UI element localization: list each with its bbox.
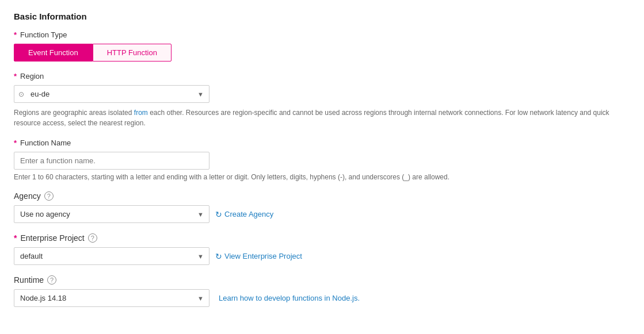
ep-select[interactable]: default: [14, 247, 209, 265]
agency-row: Use no agency ▼ ↻ Create Agency: [14, 205, 630, 223]
runtime-select-wrapper: Node.js 14.18 Node.js 12.13 Python 3.6 J…: [14, 289, 209, 307]
agency-select[interactable]: Use no agency: [14, 205, 209, 223]
runtime-help-icon[interactable]: ?: [47, 275, 56, 285]
refresh-icon: ↻: [215, 210, 222, 219]
ep-row: default ▼ ↻ View Enterprise Project: [14, 247, 630, 265]
agency-label-row: Agency ?: [14, 191, 630, 201]
ep-refresh-icon: ↻: [215, 252, 222, 261]
function-type-group: * Function Type Event Function HTTP Func…: [14, 30, 630, 62]
region-info-text: Regions are geographic areas isolated fr…: [14, 108, 630, 128]
function-name-group: * Function Name Enter 1 to 60 characters…: [14, 139, 630, 181]
agency-select-wrapper: Use no agency ▼: [14, 205, 209, 223]
ep-help-icon[interactable]: ?: [88, 233, 97, 243]
ep-label-row: * Enterprise Project ?: [14, 233, 630, 243]
runtime-group: Runtime ? Node.js 14.18 Node.js 12.13 Py…: [14, 275, 630, 307]
required-star-name: *: [14, 139, 17, 147]
http-function-button[interactable]: HTTP Function: [93, 44, 172, 62]
section-title: Basic Information: [14, 11, 630, 21]
view-ep-link[interactable]: ↻ View Enterprise Project: [215, 252, 302, 261]
event-function-button[interactable]: Event Function: [14, 44, 93, 62]
runtime-row: Node.js 14.18 Node.js 12.13 Python 3.6 J…: [14, 289, 630, 307]
required-star-region: *: [14, 72, 17, 80]
enterprise-project-group: * Enterprise Project ? default ▼ ↻ View …: [14, 233, 630, 265]
region-group: * Region ⊙ eu-de eu-west ap-southeast ▼ …: [14, 72, 630, 128]
required-star-ep: *: [14, 233, 17, 243]
basic-information-section: Basic Information * Function Type Event …: [14, 11, 630, 307]
agency-group: Agency ? Use no agency ▼ ↻ Create Agency: [14, 191, 630, 223]
function-name-input[interactable]: [14, 152, 209, 170]
function-type-label: * Function Type: [14, 30, 630, 39]
function-type-toggle: Event Function HTTP Function: [14, 44, 630, 62]
region-label: * Region: [14, 72, 630, 80]
learn-nodejs-link[interactable]: Learn how to develop functions in Node.j…: [219, 294, 360, 302]
create-agency-link[interactable]: ↻ Create Agency: [215, 210, 273, 219]
required-star: *: [14, 30, 17, 39]
function-name-hint: Enter 1 to 60 characters, starting with …: [14, 173, 630, 181]
region-select-wrapper: ⊙ eu-de eu-west ap-southeast ▼: [14, 85, 209, 103]
region-info-link[interactable]: from: [134, 109, 148, 117]
runtime-select[interactable]: Node.js 14.18 Node.js 12.13 Python 3.6 J…: [14, 289, 209, 307]
agency-help-icon[interactable]: ?: [44, 191, 54, 201]
ep-select-wrapper: default ▼: [14, 247, 209, 265]
function-name-label: * Function Name: [14, 139, 630, 147]
runtime-label-row: Runtime ?: [14, 275, 630, 285]
region-select[interactable]: eu-de eu-west ap-southeast: [14, 85, 209, 103]
